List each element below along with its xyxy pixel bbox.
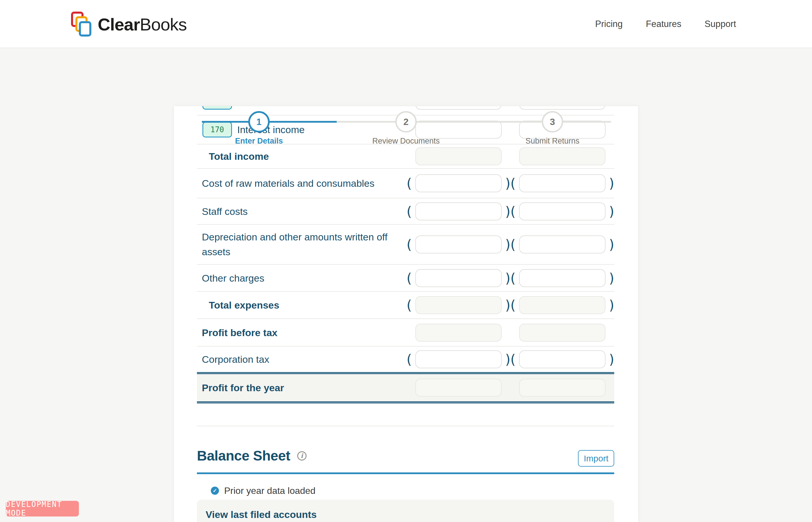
pnl-table: 170Interest incomeTotal incomeCost of ra…	[197, 115, 614, 403]
value-input-partial-col2	[519, 106, 606, 109]
brand-name: ClearBooks	[98, 15, 187, 35]
row-label: Total income	[209, 149, 269, 164]
clearbooks-logo: ClearBooks	[71, 12, 187, 37]
value-input-col2-staff-costs[interactable]	[519, 202, 606, 220]
content-card: 170Interest incomeTotal incomeCost of ra…	[174, 106, 638, 522]
development-mode-badge: DEVELOPMENT MODE	[6, 501, 79, 517]
paren-open: (	[508, 204, 515, 219]
check-icon: ✓	[211, 487, 219, 495]
paren-open: (	[404, 237, 412, 252]
paren-open: (	[508, 270, 515, 286]
clearbooks-logo-icon	[71, 12, 94, 37]
value-input-col1-total-income	[415, 147, 502, 165]
paren-open: (	[508, 297, 515, 313]
pnl-row-profit-before-tax: Profit before tax	[197, 318, 614, 346]
pnl-row-profit-for-the-year: Profit for the year	[197, 374, 614, 401]
value-input-col1-interest-income[interactable]	[415, 121, 502, 139]
row-label: Interest income	[237, 122, 304, 137]
value-input-col2-total-income	[519, 147, 606, 165]
import-button[interactable]: Import	[578, 450, 614, 467]
paren-open: (	[404, 176, 412, 191]
nav-support[interactable]: Support	[705, 19, 736, 29]
last-filed-accounts-panel: View last filed accounts	[197, 500, 614, 522]
paren-open: (	[404, 297, 412, 313]
value-input-col1-staff-costs[interactable]	[415, 202, 502, 220]
pnl-row-corporation-tax: Corporation tax()()	[197, 346, 614, 372]
value-input-col2-other-charges[interactable]	[519, 269, 606, 287]
pnl-row-depreciation: Depreciation and other amounts written o…	[197, 224, 614, 264]
balance-sheet-title: Balance Sheet	[197, 448, 290, 464]
step-2-label: Review Documents	[372, 137, 440, 145]
paren-open: (	[404, 352, 412, 367]
paren-close: )	[609, 270, 614, 286]
logo-square-blue	[79, 21, 92, 37]
pnl-row-cost-of-raw-materials: Cost of raw materials and consumables()(…	[197, 168, 614, 198]
value-input-col2-depreciation[interactable]	[519, 236, 606, 254]
account-code-badge: 170	[202, 122, 232, 138]
paren-open: (	[508, 352, 515, 367]
pnl-row-staff-costs: Staff costs()()	[197, 198, 614, 224]
row-label: Profit before tax	[202, 325, 278, 340]
value-input-col1-depreciation[interactable]	[415, 236, 502, 254]
nav-features[interactable]: Features	[646, 19, 681, 29]
value-input-col2-corporation-tax[interactable]	[519, 350, 606, 368]
main-nav: Pricing Features Support	[595, 0, 736, 48]
value-input-col1-profit-for-the-year	[415, 379, 502, 397]
info-icon[interactable]: i	[297, 451, 306, 461]
paren-close: )	[609, 204, 614, 219]
value-input-col1-corporation-tax[interactable]	[415, 350, 502, 368]
paren-open: (	[404, 204, 412, 219]
step-2-circle: 2	[395, 111, 417, 133]
prior-year-status: ✓ Prior year data loaded	[211, 483, 316, 498]
top-header: ClearBooks Pricing Features Support	[0, 0, 812, 48]
pnl-row-other-charges: Other charges()()	[197, 264, 614, 291]
value-input-col2-profit-for-the-year	[519, 379, 606, 397]
paren-open: (	[404, 270, 412, 286]
double-rule	[197, 372, 614, 374]
row-label: Profit for the year	[202, 380, 284, 395]
pnl-row-total-income: Total income	[197, 144, 614, 168]
value-input-col2-profit-before-tax	[519, 324, 606, 342]
row-label: Total expenses	[209, 298, 279, 313]
double-rule	[197, 401, 614, 403]
row-label: Other charges	[202, 270, 264, 285]
balance-sheet-rule	[197, 473, 614, 474]
row-label: Depreciation and other amounts written o…	[202, 230, 411, 259]
value-input-partial-col1	[415, 106, 502, 109]
prior-year-status-text: Prior year data loaded	[224, 485, 316, 496]
section-divider	[197, 426, 614, 426]
step-3-label: Submit Returns	[526, 137, 580, 145]
paren-open: (	[508, 176, 515, 191]
value-input-col1-profit-before-tax	[415, 324, 502, 342]
value-input-col2-cost-of-raw-materials[interactable]	[519, 174, 606, 192]
pnl-row-total-expenses: Total expenses()()	[197, 291, 614, 318]
step-3-circle: 3	[542, 111, 563, 133]
progress-stepper: 1 Enter Details 2 Review Documents 3 Sub…	[0, 48, 812, 106]
nav-pricing[interactable]: Pricing	[595, 19, 623, 29]
value-input-col1-cost-of-raw-materials[interactable]	[415, 174, 502, 192]
value-input-col2-total-expenses	[519, 296, 606, 314]
step-1-label: Enter Details	[235, 137, 283, 145]
row-label: Cost of raw materials and consumables	[202, 176, 374, 191]
paren-close: )	[609, 237, 614, 252]
account-code-badge-partial	[202, 106, 232, 109]
value-input-col1-other-charges[interactable]	[415, 269, 502, 287]
balance-sheet-header: Balance Sheet i	[197, 448, 306, 464]
paren-close: )	[609, 297, 614, 313]
value-input-col1-total-expenses	[415, 296, 502, 314]
row-label: Staff costs	[202, 204, 248, 219]
row-label: Corporation tax	[202, 352, 269, 367]
paren-close: )	[609, 352, 614, 367]
paren-close: )	[609, 176, 614, 191]
view-last-filed-accounts-link[interactable]: View last filed accounts	[206, 509, 317, 520]
step-1-circle: 1	[248, 111, 270, 133]
paren-open: (	[508, 237, 515, 252]
